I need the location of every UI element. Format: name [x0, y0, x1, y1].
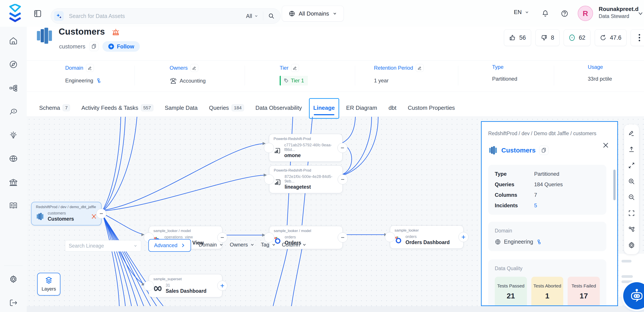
- node-collapse-handle[interactable]: [338, 232, 348, 243]
- filter-tag[interactable]: Tag: [261, 242, 276, 248]
- tests-aborted-tile[interactable]: Tests Aborted 1: [531, 277, 564, 306]
- node-collapse-handle[interactable]: [338, 174, 348, 185]
- lineage-search[interactable]: [65, 240, 141, 251]
- sidebar-item-domains[interactable]: [8, 153, 18, 164]
- sidebar-item-home[interactable]: [8, 36, 18, 46]
- tab-dbt[interactable]: dbt: [388, 99, 397, 117]
- fit-view-icon[interactable]: [628, 209, 635, 217]
- node-collapse-handle[interactable]: [217, 232, 227, 243]
- bell-icon: [541, 10, 549, 18]
- tab-queries[interactable]: Queries184: [208, 99, 245, 117]
- ai-sparkle-icon[interactable]: [54, 11, 64, 21]
- filter-column[interactable]: Column: [282, 242, 306, 248]
- close-icon[interactable]: [602, 141, 610, 149]
- tab-sample-data[interactable]: Sample Data: [164, 99, 198, 117]
- node-expand-handle[interactable]: [458, 232, 468, 242]
- node-handle-left[interactable]: [264, 232, 274, 243]
- chevron-down-icon: [250, 243, 254, 247]
- refresh-icon: [600, 34, 606, 41]
- panel-title-link[interactable]: Customers: [501, 146, 536, 154]
- domain-value[interactable]: Engineering: [65, 78, 93, 84]
- filter-owners[interactable]: Owners: [230, 242, 254, 248]
- node-handle-left[interactable]: [385, 232, 395, 242]
- lineage-node-sales-dashboard[interactable]: sample_superset 31 Sales Dashboard: [149, 274, 222, 297]
- sidebar-item-lineage[interactable]: [8, 83, 18, 93]
- settings-gear-icon[interactable]: [628, 241, 635, 249]
- upvote-button[interactable]: 56: [504, 29, 531, 46]
- node-collapse-handle[interactable]: [338, 143, 348, 153]
- sidebar-item-explore[interactable]: [8, 59, 18, 70]
- node-handle-left[interactable]: [264, 174, 274, 185]
- powerbi-icon: [274, 147, 281, 155]
- data-quality-card: Data Quality Tests Passed 21 Tests Abort…: [488, 259, 606, 306]
- lineage-node-lineagetest[interactable]: Powerbi-Redshift-Prod 872e1f0c-500e-4e28…: [269, 166, 343, 193]
- sidebar-item-glossary[interactable]: [8, 200, 18, 211]
- search-input[interactable]: [69, 13, 246, 19]
- language-dropdown[interactable]: EN: [514, 9, 529, 16]
- tab-data-observability[interactable]: Data Observability: [254, 99, 303, 117]
- lineage-graph-icon[interactable]: [628, 225, 635, 233]
- copy-button[interactable]: [89, 42, 98, 51]
- app-logo: [8, 4, 22, 23]
- edit-lineage-button[interactable]: [628, 130, 635, 137]
- alert-siren-icon[interactable]: [111, 28, 120, 37]
- sidebar-item-insights[interactable]: [8, 130, 18, 141]
- follow-button[interactable]: Follow: [102, 41, 140, 52]
- lineage-node-omone[interactable]: Powerbi-Redshift-Prod c771ab29-5792-46fc…: [269, 134, 342, 162]
- owners-value[interactable]: Accounting: [180, 78, 206, 84]
- global-search[interactable]: All: [51, 8, 280, 24]
- node-collapse-handle[interactable]: [96, 209, 106, 219]
- zoom-out-icon[interactable]: [628, 194, 635, 201]
- edit-retention-button[interactable]: [416, 64, 424, 72]
- node-expand-handle[interactable]: [217, 281, 227, 291]
- notifications-button[interactable]: [540, 8, 550, 19]
- tab-lineage[interactable]: Lineage: [312, 99, 336, 117]
- edit-domain-button[interactable]: [86, 64, 94, 72]
- filter-domain[interactable]: Domain: [199, 242, 224, 248]
- tests-passed-tile[interactable]: Tests Passed 21: [495, 277, 527, 306]
- node-handle-left[interactable]: [264, 143, 274, 153]
- tests-failed-tile[interactable]: Tests Failed 17: [568, 277, 600, 306]
- domain-card-value[interactable]: Engineering: [504, 239, 533, 245]
- downvote-button[interactable]: 8: [536, 29, 560, 46]
- node-handle-left[interactable]: [144, 281, 154, 291]
- refresh-score-button[interactable]: 47.6: [595, 29, 626, 46]
- watch-button[interactable]: 62: [564, 29, 590, 46]
- edit-tier-button[interactable]: [291, 64, 299, 72]
- tab-custom-properties[interactable]: Custom Properties: [407, 99, 456, 117]
- zoom-in-icon[interactable]: [628, 178, 635, 185]
- sidebar-item-settings[interactable]: [8, 274, 18, 284]
- advanced-filter-button[interactable]: Advanced: [148, 239, 191, 252]
- summary-incidents-link[interactable]: 5: [534, 202, 600, 209]
- tier-badge[interactable]: Tier 1: [280, 76, 308, 85]
- tab-activity-feeds[interactable]: Activity Feeds & Tasks557: [80, 99, 154, 117]
- chevron-down-icon[interactable]: [638, 11, 643, 16]
- export-button[interactable]: [628, 146, 635, 153]
- panel-breadcrumb[interactable]: RedshiftProd / dev / Demo dbt Jaffle / c…: [488, 130, 602, 137]
- redshift-icon: [35, 26, 54, 45]
- layers-button[interactable]: Layers: [37, 273, 60, 295]
- help-button[interactable]: [559, 8, 570, 19]
- user-menu[interactable]: Rounakpreet.d Data Steward: [599, 6, 638, 19]
- expand-button[interactable]: [628, 162, 635, 169]
- tab-schema[interactable]: Schema7: [38, 99, 71, 117]
- user-avatar[interactable]: R: [578, 6, 593, 21]
- sidebar-toggle-button[interactable]: [33, 9, 42, 18]
- edit-owners-button[interactable]: [190, 64, 198, 72]
- more-actions-button[interactable]: [631, 29, 644, 46]
- all-domains-dropdown[interactable]: All Domains: [282, 6, 344, 22]
- lineage-search-input[interactable]: [69, 243, 134, 249]
- search-scope-dropdown[interactable]: All: [246, 13, 258, 19]
- sidebar-item-logout[interactable]: [8, 297, 18, 308]
- search-icon[interactable]: [268, 13, 274, 19]
- panel-scrollbar[interactable]: [613, 170, 616, 200]
- lineage-node-orders-dashboard[interactable]: sample_looker orders Orders Dashboard: [390, 225, 464, 249]
- sidebar-item-observability[interactable]: [8, 106, 18, 117]
- sidebar-item-governance[interactable]: [8, 177, 18, 188]
- lineage-node-customers[interactable]: RedshiftProd / dev / demo_dbt_jaffle cus…: [31, 202, 102, 225]
- superset-icon: [154, 286, 162, 291]
- tab-er-diagram[interactable]: ER Diagram: [345, 99, 378, 117]
- copy-button[interactable]: [539, 146, 548, 155]
- lightbulb-icon: [9, 131, 18, 139]
- node-name: Customers: [48, 216, 74, 222]
